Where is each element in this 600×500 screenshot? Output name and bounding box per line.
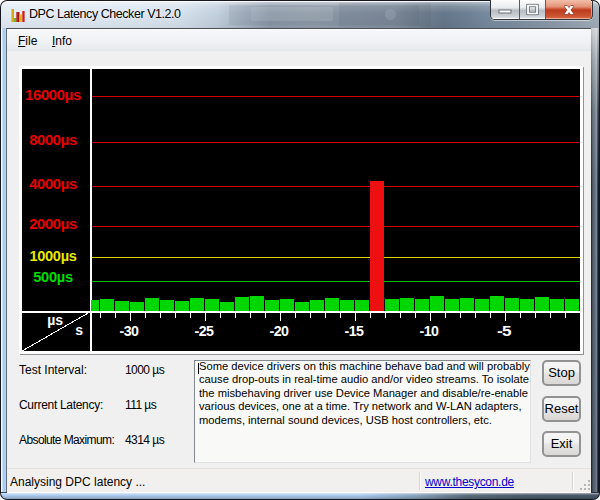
svg-text:8000µs: 8000µs	[29, 132, 77, 148]
svg-text:-10: -10	[420, 323, 440, 339]
svg-text:µs: µs	[47, 312, 63, 328]
svg-text:2000µs: 2000µs	[29, 216, 77, 232]
svg-text:16000µs: 16000µs	[25, 87, 82, 103]
svg-text:500µs: 500µs	[33, 269, 73, 285]
svg-text:s: s	[75, 322, 83, 338]
svg-text:-20: -20	[270, 323, 290, 339]
svg-text:-30: -30	[120, 323, 140, 339]
svg-text:4000µs: 4000µs	[29, 176, 77, 192]
svg-text:-5: -5	[497, 323, 512, 339]
svg-text:-15: -15	[345, 323, 365, 339]
svg-text:-25: -25	[195, 323, 215, 339]
svg-text:1000µs: 1000µs	[30, 248, 78, 264]
